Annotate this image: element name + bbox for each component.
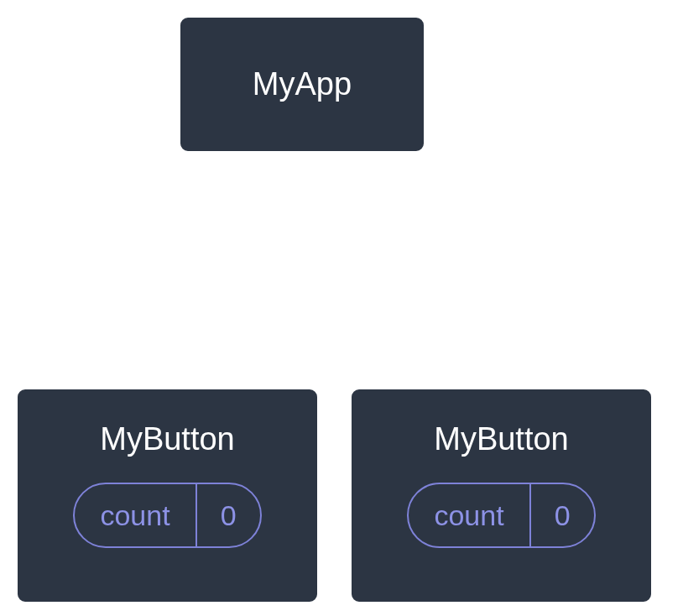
prop-name: count	[409, 484, 530, 546]
child-component-label: MyButton	[434, 421, 569, 457]
prop-value: 0	[197, 484, 260, 546]
prop-name: count	[75, 484, 196, 546]
connector-line	[300, 154, 303, 284]
child-component-label: MyButton	[100, 421, 235, 457]
prop-value: 0	[531, 484, 594, 546]
child-component-node: MyButton count 0	[349, 387, 654, 604]
child-component-node: MyButton count 0	[15, 387, 320, 604]
connector-line	[167, 295, 169, 387]
prop-pill: count 0	[407, 483, 595, 548]
root-component-label: MyApp	[253, 66, 352, 102]
prop-pill: count 0	[73, 483, 261, 548]
connector-corner	[167, 281, 184, 298]
connector-line	[181, 281, 488, 284]
root-component-node: MyApp	[178, 15, 426, 154]
connector-line	[500, 295, 503, 387]
